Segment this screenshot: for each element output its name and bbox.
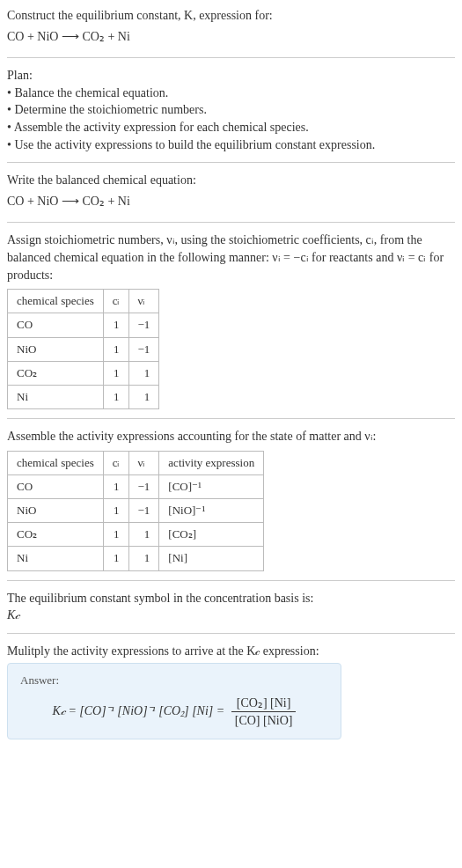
answer-label: Answer: (20, 673, 328, 688)
plan-item: • Determine the stoichiometric numbers. (7, 101, 455, 119)
plan-item: • Balance the chemical equation. (7, 85, 455, 102)
table-header-row: chemical species cᵢ νᵢ (8, 290, 159, 313)
col-species: chemical species (8, 290, 104, 313)
table-row: CO 1 −1 (8, 313, 159, 337)
table-row: Ni 1 1 (8, 385, 159, 408)
stoich-section: Assign stoichiometric numbers, νᵢ, using… (7, 232, 455, 419)
plan-item: • Assemble the activity expression for e… (7, 119, 455, 136)
symbol-value: K𝒸 (7, 607, 455, 624)
table-header-row: chemical species cᵢ νᵢ activity expressi… (8, 451, 264, 474)
col-vi: νᵢ (128, 451, 159, 474)
table-row: NiO 1 −1 (8, 337, 159, 361)
table-row: Ni 1 1 [Ni] (8, 547, 264, 570)
activity-section: Assemble the activity expressions accoun… (7, 428, 455, 581)
fraction-denominator: [CO] [NiO] (231, 712, 297, 730)
plan-heading: Plan: (7, 67, 455, 85)
table-row: CO₂ 1 1 (8, 361, 159, 385)
col-ci: cᵢ (103, 451, 128, 474)
answer-equation: K𝒸 = [CO]⁻¹ [NiO]⁻¹ [CO₂] [Ni] = [CO₂] [… (20, 695, 328, 730)
col-vi: νᵢ (128, 290, 159, 313)
plan-section: Plan: • Balance the chemical equation. •… (7, 67, 455, 163)
symbol-section: The equilibrium constant symbol in the c… (7, 590, 455, 634)
table-row: CO₂ 1 1 [CO₂] (8, 523, 264, 547)
balanced-section: Write the balanced chemical equation: CO… (7, 172, 455, 223)
intro-section: Construct the equilibrium constant, K, e… (7, 7, 455, 58)
table-row: CO 1 −1 [CO]⁻¹ (8, 474, 264, 498)
col-ci: cᵢ (103, 290, 128, 313)
activity-table: chemical species cᵢ νᵢ activity expressi… (7, 451, 264, 571)
balanced-heading: Write the balanced chemical equation: (7, 172, 455, 189)
balanced-equation: CO + NiO ⟶ CO₂ + Ni (7, 193, 455, 210)
intro-text: Construct the equilibrium constant, K, e… (7, 7, 455, 25)
activity-text: Assemble the activity expressions accoun… (7, 428, 455, 445)
symbol-text: The equilibrium constant symbol in the c… (7, 590, 455, 607)
answer-lhs: K𝒸 = [CO]⁻¹ [NiO]⁻¹ [CO₂] [Ni] = (53, 704, 225, 717)
answer-fraction: [CO₂] [Ni] [CO] [NiO] (231, 695, 297, 730)
answer-box: Answer: K𝒸 = [CO]⁻¹ [NiO]⁻¹ [CO₂] [Ni] =… (7, 663, 341, 739)
col-species: chemical species (8, 451, 104, 474)
stoich-table: chemical species cᵢ νᵢ CO 1 −1 NiO 1 −1 … (7, 289, 159, 409)
intro-equation: CO + NiO ⟶ CO₂ + Ni (7, 28, 455, 46)
stoich-text: Assign stoichiometric numbers, νᵢ, using… (7, 232, 455, 283)
multiply-text: Mulitply the activity expressions to arr… (7, 643, 455, 660)
table-row: NiO 1 −1 [NiO]⁻¹ (8, 499, 264, 523)
plan-item: • Use the activity expressions to build … (7, 136, 455, 154)
fraction-numerator: [CO₂] [Ni] (231, 695, 297, 713)
multiply-section: Mulitply the activity expressions to arr… (7, 643, 455, 748)
col-activity: activity expression (159, 451, 264, 474)
